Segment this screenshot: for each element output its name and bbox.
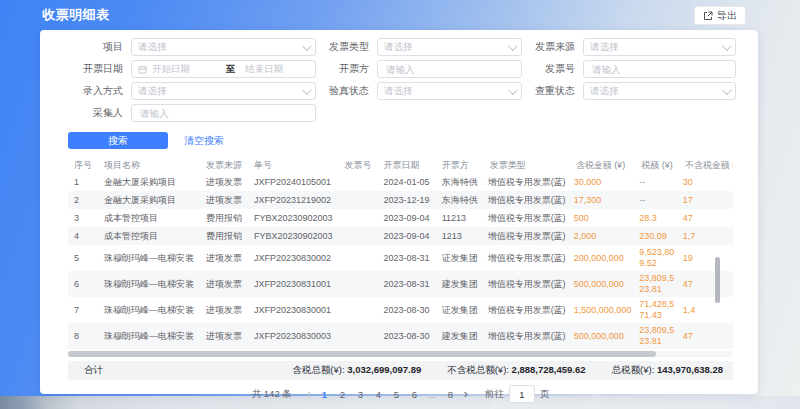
recheck-status-select[interactable]: 请选择 <box>583 82 736 100</box>
page-number-2[interactable]: 2 <box>336 389 349 400</box>
filter-verify-status-label: 验真状态 <box>324 84 377 98</box>
search-button[interactable]: 搜索 <box>68 132 168 149</box>
chevron-down-icon <box>722 85 732 95</box>
export-button[interactable]: 导出 <box>694 6 746 25</box>
page-ellipsis: ... <box>426 389 439 400</box>
prev-page-arrow-icon[interactable]: ‹ <box>305 388 313 400</box>
cell-amount_excl: 17 <box>679 191 733 209</box>
cell-project: 珠穆朗玛峰—电梯安装 <box>98 271 200 297</box>
verify-status-select[interactable]: 请选择 <box>377 82 522 100</box>
cell-amount_incl: 500 <box>570 209 636 227</box>
horizontal-scrollbar-thumb[interactable] <box>68 351 656 357</box>
filter-form: 项目 请选择 发票类型 请选择 发票来源 请选择 <box>68 38 733 126</box>
cell-seq: 7 <box>68 297 98 323</box>
page-number-8[interactable]: 8 <box>444 389 457 400</box>
cell-tax: 23,809,523.81 <box>635 271 679 297</box>
cell-date: 2023-08-30 <box>378 297 436 323</box>
cell-seq: 6 <box>68 271 98 297</box>
filter-collector: 采集人 <box>68 104 316 122</box>
table-row[interactable]: 5珠穆朗玛峰—电梯安装进项发票JXFP202308300022023-08-31… <box>68 245 733 271</box>
chevron-down-icon <box>508 85 518 95</box>
cell-source: 进项发票 <box>200 245 248 271</box>
cell-date: 2023-12-19 <box>378 191 436 209</box>
filter-verify-status: 验真状态 请选择 <box>324 82 522 100</box>
goto-page: 前往 页 <box>485 385 550 403</box>
cell-order_no: JXFP20240105001 <box>248 173 339 191</box>
chevron-down-icon <box>508 41 518 51</box>
col-header-invoice_no: 发票号 <box>339 157 378 173</box>
col-header-source: 发票来源 <box>200 157 248 173</box>
col-header-type: 发票类型 <box>484 157 570 173</box>
cell-issuer: 建发集团 <box>436 323 484 349</box>
table-row[interactable]: 2金融大厦采购项目进项发票JXFP202312190022023-12-19东海… <box>68 191 733 209</box>
total-excl-tax: 不含税总额(¥): 2,888,728,459.62 <box>447 364 585 377</box>
page-number-4[interactable]: 4 <box>372 389 385 400</box>
cell-amount_excl: 47 <box>679 323 733 349</box>
page-number-1[interactable]: 1 <box>318 389 331 400</box>
page-number-5[interactable]: 5 <box>390 389 403 400</box>
collector-input[interactable] <box>138 107 309 120</box>
filter-invoice-type: 发票类型 请选择 <box>324 38 522 56</box>
horizontal-scrollbar <box>68 351 733 357</box>
filter-issuer-label: 开票方 <box>324 62 377 76</box>
cell-issuer: 证发集团 <box>436 245 484 271</box>
filter-collector-label: 采集人 <box>68 106 131 120</box>
vertical-scrollbar-thumb[interactable] <box>715 257 720 303</box>
page-number-3[interactable]: 3 <box>354 389 367 400</box>
cell-amount_excl: 30 <box>679 173 733 191</box>
cell-amount_incl: 17,300 <box>570 191 636 209</box>
cell-issuer: 东海特供 <box>436 173 484 191</box>
table-row[interactable]: 6珠穆朗玛峰—电梯安装进项发票JXFP202308310012023-08-31… <box>68 271 733 297</box>
total-tax-value: 143,970,638.28 <box>657 364 723 375</box>
top-bar: 收票明细表 导出 <box>0 0 800 30</box>
cell-amount_incl: 500,000,000 <box>570 271 636 297</box>
table-row[interactable]: 3成本管控项目费用报销FYBX202309020032023-09-041121… <box>68 209 733 227</box>
cell-order_no: FYBX20230902003 <box>248 209 339 227</box>
total-incl-tax: 含税总额(¥): 3,032,699,097.89 <box>292 364 421 377</box>
table-row[interactable]: 4成本管控项目费用报销FYBX202309020032023-09-041213… <box>68 227 733 245</box>
cell-invoice_no <box>339 191 378 209</box>
cell-date: 2023-08-30 <box>378 323 436 349</box>
page-number-6[interactable]: 6 <box>408 389 421 400</box>
invoice-date-range-picker[interactable]: 开始日期 至 结束日期 <box>131 60 316 78</box>
invoice-no-input[interactable] <box>590 63 729 76</box>
filter-invoice-date-label: 开票日期 <box>68 62 131 76</box>
cell-source: 进项发票 <box>200 173 248 191</box>
filter-invoice-type-label: 发票类型 <box>324 40 377 54</box>
col-header-project: 项目名称 <box>98 157 200 173</box>
cell-amount_excl: 1,7 <box>679 227 733 245</box>
date-end-placeholder: 结束日期 <box>245 63 309 76</box>
cell-amount_incl: 1,500,000,000 <box>570 297 636 323</box>
invoice-type-select[interactable]: 请选择 <box>377 38 522 56</box>
cell-type: 增值税专用发票(蓝) <box>484 245 570 271</box>
totals-label: 合计 <box>84 364 103 377</box>
goto-page-input[interactable] <box>509 385 535 403</box>
goto-label: 前往 <box>485 388 504 401</box>
cell-type: 增值税专用发票(蓝) <box>484 209 570 227</box>
clear-search-link[interactable]: 清空搜索 <box>184 134 224 148</box>
cell-tax: 71,428,571.43 <box>635 297 679 323</box>
cell-type: 增值税专用发票(蓝) <box>484 191 570 209</box>
cell-amount_excl: 47 <box>679 271 733 297</box>
invoice-source-select[interactable]: 请选择 <box>583 38 736 56</box>
cell-tax: 9,523,809.52 <box>635 245 679 271</box>
entry-method-select[interactable]: 请选择 <box>131 82 316 100</box>
issuer-input-wrap <box>377 60 522 78</box>
goto-unit: 页 <box>540 388 550 401</box>
table-row[interactable]: 8珠穆朗玛峰—电梯安装进项发票JXFP202308300032023-08-30… <box>68 323 733 349</box>
cell-project: 成本管控项目 <box>98 227 200 245</box>
next-page-arrow-icon[interactable]: › <box>462 388 470 400</box>
cell-project: 珠穆朗玛峰—电梯安装 <box>98 245 200 271</box>
cell-order_no: FYBX20230902003 <box>248 227 339 245</box>
cell-type: 增值税专用发票(蓝) <box>484 297 570 323</box>
col-header-date: 开票日期 <box>378 157 436 173</box>
col-header-seq: 序号 <box>68 157 98 173</box>
table-row[interactable]: 7珠穆朗玛峰—电梯安装进项发票JXFP202308300012023-08-30… <box>68 297 733 323</box>
project-select[interactable]: 请选择 <box>131 38 316 56</box>
verify-status-select-placeholder: 请选择 <box>384 85 508 98</box>
table-row[interactable]: 1金融大厦采购项目进项发票JXFP202401050012024-01-05东海… <box>68 173 733 191</box>
col-header-order_no: 单号 <box>248 157 339 173</box>
issuer-input[interactable] <box>384 63 515 76</box>
cell-issuer: 1213 <box>436 227 484 245</box>
entry-method-select-placeholder: 请选择 <box>138 85 302 98</box>
